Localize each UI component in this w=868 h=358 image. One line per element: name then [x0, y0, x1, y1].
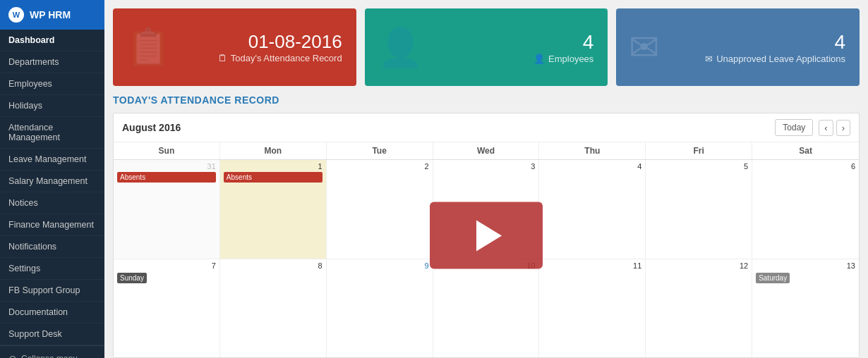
sidebar-item-notices[interactable]: Notices: [0, 192, 104, 214]
cal-cell-13: 13 Saturday: [752, 259, 859, 358]
sidebar-item-finance-mgmt[interactable]: Finance Management: [0, 214, 104, 236]
sidebar-item-fb-support[interactable]: FB Support Group: [0, 280, 104, 302]
attendance-bg-icon: 📋: [126, 26, 171, 69]
sidebar-item-settings[interactable]: Settings: [0, 258, 104, 280]
sidebar-item-leave-mgmt[interactable]: Leave Management: [0, 149, 104, 171]
sidebar-item-documentation[interactable]: Documentation: [0, 302, 104, 323]
sidebar-header: W WP HRM: [0, 0, 104, 30]
attendance-stat-card[interactable]: 📋 01-08-2016 🗒 Today's Attendance Record: [113, 8, 356, 86]
sidebar-item-holidays[interactable]: Holidays: [0, 95, 104, 117]
cal-header-sun: Sun: [114, 142, 220, 159]
employees-icon: 👤: [534, 54, 545, 64]
employees-stat-card[interactable]: 👤 4 👤 Employees: [365, 8, 608, 86]
cal-header-mon: Mon: [220, 142, 327, 159]
prev-month-button[interactable]: ‹: [819, 120, 833, 136]
sidebar: W WP HRM Dashboard Departments Employees…: [0, 0, 104, 358]
cal-header-fri: Fri: [646, 142, 752, 159]
calendar-nav: August 2016 Today ‹ ›: [114, 113, 859, 142]
cal-cell-12: 12: [646, 259, 752, 358]
calendar-month: August 2016: [122, 122, 181, 133]
cal-cell-31: 31 Absents: [114, 160, 220, 259]
stats-row: 📋 01-08-2016 🗒 Today's Attendance Record…: [104, 0, 868, 86]
sidebar-item-departments[interactable]: Departments: [0, 51, 104, 73]
leave-stat-card[interactable]: ✉ 4 ✉ Unapproved Leave Applications: [616, 8, 860, 86]
collapse-menu-button[interactable]: ⊙ Collapse menu: [0, 345, 104, 358]
cal-cell-10: 10: [433, 259, 540, 358]
collapse-label: Collapse menu: [21, 354, 78, 358]
employees-count: 4: [583, 31, 594, 54]
cal-cell-7: 7 Sunday: [114, 259, 220, 358]
cal-cell-11: 11: [539, 259, 646, 358]
absent-event-1: Absents: [224, 172, 323, 183]
sidebar-item-salary-mgmt[interactable]: Salary Management: [0, 171, 104, 192]
absent-event: Absents: [117, 172, 216, 183]
cal-cell-8: 8: [220, 259, 327, 358]
cal-cell-4: 4: [539, 160, 646, 259]
cal-cell-1: 1 Absents: [220, 160, 327, 259]
circle-icon: ⊙: [8, 353, 17, 358]
cal-header-thu: Thu: [539, 142, 646, 159]
cal-cell-6: 6: [752, 160, 859, 259]
logo-icon: W: [8, 7, 24, 23]
sidebar-item-notifications[interactable]: Notifications: [0, 236, 104, 258]
today-button[interactable]: Today: [775, 119, 813, 136]
saturday-label: Saturday: [756, 273, 790, 283]
attendance-date: 01-08-2016: [248, 31, 342, 53]
leave-label: ✉ Unapproved Leave Applications: [705, 54, 845, 64]
play-icon: [476, 220, 502, 251]
leave-bg-icon: ✉: [629, 26, 660, 68]
employees-bg-icon: 👤: [378, 26, 423, 69]
calendar-controls: Today ‹ ›: [775, 119, 850, 136]
attendance-icon: 🗒: [218, 53, 227, 63]
cal-row-2: 7 Sunday 8 9 10 11: [114, 259, 859, 358]
leave-icon: ✉: [705, 54, 713, 64]
sidebar-item-employees[interactable]: Employees: [0, 73, 104, 95]
sunday-label: Sunday: [117, 273, 147, 283]
sidebar-item-support-desk[interactable]: Support Desk: [0, 323, 104, 345]
calendar-container: August 2016 Today ‹ › Sun Mon Tue Wed Th…: [113, 113, 860, 358]
cal-cell-2: 2: [327, 160, 433, 259]
calendar-header-row: Sun Mon Tue Wed Thu Fri Sat: [114, 142, 859, 160]
cal-cell-9: 9: [327, 259, 433, 358]
leave-count: 4: [834, 31, 845, 54]
cal-cell-5: 5: [646, 160, 752, 259]
calendar-section-title: TODAY'S ATTENDANCE RECORD: [113, 94, 860, 106]
sidebar-item-dashboard[interactable]: Dashboard: [0, 30, 104, 51]
cal-header-sat: Sat: [752, 142, 859, 159]
cal-header-wed: Wed: [433, 142, 540, 159]
sidebar-item-attendance-mgmt[interactable]: Attendance Management: [0, 117, 104, 149]
main-content: 📋 01-08-2016 🗒 Today's Attendance Record…: [104, 0, 868, 358]
next-month-button[interactable]: ›: [836, 120, 850, 136]
cal-header-tue: Tue: [327, 142, 433, 159]
calendar-section: TODAY'S ATTENDANCE RECORD August 2016 To…: [104, 86, 868, 358]
video-play-overlay[interactable]: [430, 202, 543, 269]
employees-label: 👤 Employees: [534, 54, 593, 64]
attendance-label: 🗒 Today's Attendance Record: [218, 53, 342, 63]
app-title: WP HRM: [30, 9, 71, 20]
